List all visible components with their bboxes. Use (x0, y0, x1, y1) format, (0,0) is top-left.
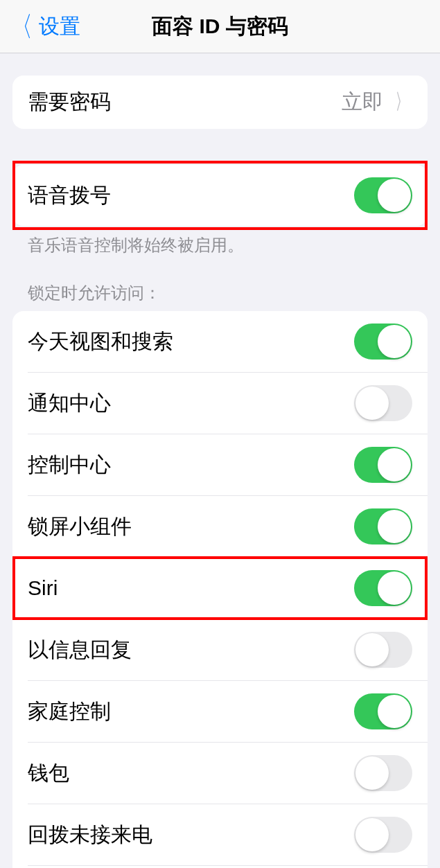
require-passcode-row[interactable]: 需要密码 立即 〉 (12, 76, 428, 129)
home-control-toggle[interactable] (354, 693, 412, 729)
reply-with-message-toggle[interactable] (354, 632, 412, 668)
toggle-knob (378, 179, 411, 212)
lock-access-group: 今天视图和搜索 通知中心 控制中心 锁屏小组件 Siri 以信息回复 (12, 311, 428, 868)
back-label: 设置 (39, 12, 80, 41)
item-label: 锁屏小组件 (28, 513, 132, 541)
notification-center-toggle[interactable] (354, 385, 412, 421)
wallet-toggle[interactable] (354, 755, 412, 791)
list-item-today-view: 今天视图和搜索 (12, 311, 428, 372)
list-item-siri: Siri (12, 558, 428, 619)
item-label: 今天视图和搜索 (28, 328, 173, 356)
list-item-home-control: 家庭控制 (12, 681, 428, 742)
list-item-lock-screen-widgets: 锁屏小组件 (12, 496, 428, 557)
list-item-reply-with-message: 以信息回复 (12, 619, 428, 680)
chevron-right-icon: 〉 (396, 88, 408, 116)
list-item-control-center: 控制中心 (12, 434, 428, 495)
list-item-wallet: 钱包 (12, 743, 428, 804)
lock-screen-widgets-toggle[interactable] (354, 508, 412, 544)
return-missed-calls-toggle[interactable] (354, 817, 412, 853)
navigation-header: 〈 设置 面容 ID 与密码 (0, 0, 440, 53)
item-label: Siri (28, 576, 58, 600)
voice-dial-group: 语音拨号 (12, 165, 428, 226)
item-label: 以信息回复 (28, 636, 132, 664)
item-label: 回拨未接来电 (28, 821, 152, 849)
list-item-notification-center: 通知中心 (12, 373, 428, 434)
lock-access-header: 锁定时允许访问： (12, 282, 428, 311)
item-label: 家庭控制 (28, 698, 111, 726)
siri-toggle[interactable] (354, 570, 412, 606)
list-item-return-missed-calls: 回拨未接来电 (12, 804, 428, 865)
item-label: 控制中心 (28, 451, 111, 479)
today-view-toggle[interactable] (354, 324, 412, 360)
back-button[interactable]: 〈 设置 (0, 12, 80, 41)
item-label: 钱包 (28, 759, 69, 788)
chevron-left-icon: 〈 (12, 12, 33, 40)
voice-dial-row: 语音拨号 (12, 165, 428, 226)
voice-dial-toggle[interactable] (354, 177, 412, 213)
item-label: 通知中心 (28, 389, 111, 418)
voice-dial-footer: 音乐语音控制将始终被启用。 (12, 226, 428, 256)
require-passcode-group: 需要密码 立即 〉 (12, 76, 428, 129)
require-passcode-label: 需要密码 (28, 88, 111, 116)
voice-dial-label: 语音拨号 (28, 181, 111, 210)
require-passcode-value: 立即 〉 (342, 88, 412, 116)
control-center-toggle[interactable] (354, 447, 412, 483)
